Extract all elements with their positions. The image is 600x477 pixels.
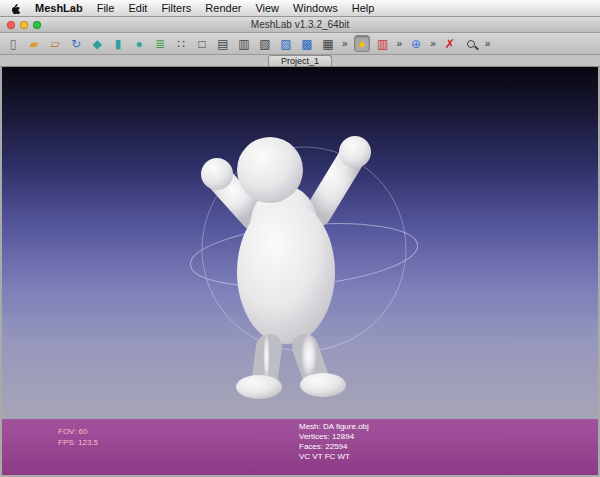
toolbar-overflow-chevron[interactable]: »	[341, 38, 349, 49]
mesh-figure	[201, 136, 371, 399]
window-title: MeshLab v1.3.2_64bit	[251, 19, 349, 30]
open-project-icon[interactable]: ▰	[26, 35, 42, 52]
menu-windows[interactable]: Windows	[293, 2, 338, 14]
trackball-toggle-icon[interactable]: ⊕	[408, 35, 424, 52]
save-icon[interactable]: ◆	[89, 35, 105, 52]
mesh-info: Mesh: DA figure.obj Vertices: 12894 Face…	[299, 422, 369, 462]
layers-icon[interactable]: ≣	[152, 35, 168, 52]
mesh-canvas[interactable]	[2, 67, 598, 419]
flat-lines-icon[interactable]: ▥	[236, 35, 252, 52]
menu-file[interactable]: File	[97, 2, 115, 14]
tab-bar: Project_1	[0, 55, 600, 67]
camera-info: FOV: 60 FPS: 123.5	[58, 426, 98, 448]
reload-icon[interactable]: ↻	[68, 35, 84, 52]
toolbar-overflow-chevron[interactable]: »	[396, 38, 404, 49]
sphere-render-icon[interactable]: ●	[131, 35, 147, 52]
wireframe-mode-icon[interactable]: □	[194, 35, 210, 52]
window-controls	[7, 21, 41, 29]
faces-count: Faces: 22594	[299, 442, 369, 452]
fov-value: FOV: 60	[58, 426, 98, 437]
light-toggle-icon[interactable]: ●	[354, 35, 370, 52]
minimize-window-button[interactable]	[20, 21, 28, 29]
new-document-icon[interactable]: ▯	[5, 35, 21, 52]
mesh-components: VC VT FC WT	[299, 452, 369, 462]
menu-filters[interactable]: Filters	[161, 2, 191, 14]
smooth-shading-icon[interactable]: ▧	[257, 35, 273, 52]
toolbar-overflow-chevron[interactable]: »	[484, 38, 492, 49]
texture-mode-icon[interactable]: ▨	[278, 35, 294, 52]
menu-view[interactable]: View	[255, 2, 279, 14]
tab-project-1[interactable]: Project_1	[268, 55, 332, 66]
menu-help[interactable]: Help	[352, 2, 375, 14]
points-mode-icon[interactable]: ∷	[173, 35, 189, 52]
window-title-bar[interactable]: MeshLab v1.3.2_64bit	[0, 17, 600, 33]
menu-render[interactable]: Render	[205, 2, 241, 14]
close-window-button[interactable]	[7, 21, 15, 29]
vertex-color-icon[interactable]: ▦	[320, 35, 336, 52]
menu-edit[interactable]: Edit	[128, 2, 147, 14]
snapshot-icon[interactable]: ▮	[110, 35, 126, 52]
menu-app-name[interactable]: MeshLab	[35, 2, 83, 14]
toolbar: ▯ ▰ ▱ ↻ ◆ ▮ ● ≣ ∷ □ ▤ ▥ ▧ ▨ ▩ ▦ » ● ▥ » …	[0, 33, 600, 55]
mesh-filename: Mesh: DA figure.obj	[299, 422, 369, 432]
backface-culling-icon[interactable]: ▩	[299, 35, 315, 52]
viewport[interactable]	[0, 67, 600, 419]
open-mesh-icon[interactable]: ▱	[47, 35, 63, 52]
fps-value: FPS: 123.5	[58, 437, 98, 448]
light-settings-icon[interactable]: ▥	[375, 35, 391, 52]
flat-shading-icon[interactable]: ▤	[215, 35, 231, 52]
menu-bar: MeshLab File Edit Filters Render View Wi…	[0, 0, 600, 17]
status-bar: FOV: 60 FPS: 123.5 Mesh: DA figure.obj V…	[0, 419, 600, 477]
apple-menu-icon[interactable]	[10, 2, 21, 14]
vertices-count: Vertices: 12894	[299, 432, 369, 442]
toolbar-overflow-chevron[interactable]: »	[429, 38, 437, 49]
zoom-tool-icon[interactable]	[463, 35, 479, 52]
delete-mesh-icon[interactable]: ✗	[442, 35, 458, 52]
zoom-window-button[interactable]	[33, 21, 41, 29]
